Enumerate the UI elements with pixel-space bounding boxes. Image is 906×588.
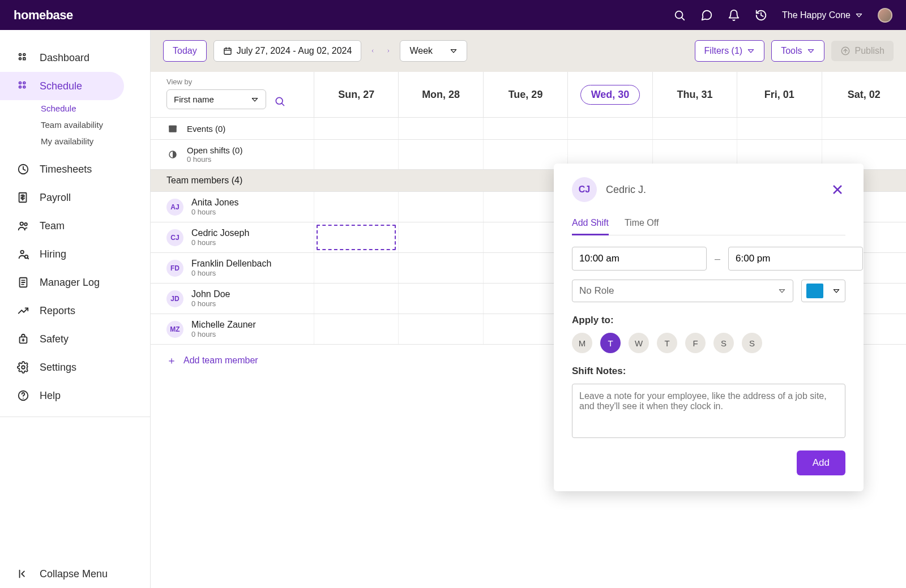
day-chip-m[interactable]: M (572, 333, 592, 353)
member-hours: 0 hours (191, 238, 249, 247)
svg-point-8 (23, 82, 25, 84)
today-button[interactable]: Today (163, 40, 207, 62)
collapse-menu[interactable]: Collapse Menu (0, 560, 150, 588)
svg-point-4 (23, 54, 25, 56)
nav-team[interactable]: Team (0, 212, 150, 240)
subnav-team-availability[interactable]: Team availability (0, 117, 150, 133)
tab-add-shift[interactable]: Add Shift (572, 212, 609, 235)
nav-manager-log[interactable]: Manager Log (0, 268, 150, 297)
nav-schedule[interactable]: Schedule (0, 72, 124, 100)
day-chip-t[interactable]: T (600, 333, 621, 353)
search-members-icon[interactable] (274, 96, 285, 109)
day-chip-s2[interactable]: S (742, 333, 762, 353)
day-chip-f[interactable]: F (685, 333, 706, 353)
cell[interactable] (314, 140, 398, 169)
daterange-picker[interactable]: July 27, 2024 - Aug 02, 2024 (213, 40, 362, 62)
member-name[interactable]: Michelle Zauner (191, 320, 256, 330)
cell[interactable] (398, 140, 482, 169)
svg-rect-42 (169, 126, 177, 128)
nav-help[interactable]: Help (0, 381, 150, 410)
add-button[interactable]: Add (797, 450, 845, 475)
role-label: No Role (579, 285, 614, 297)
nav-settings[interactable]: Settings (0, 353, 150, 381)
cell[interactable] (314, 314, 398, 344)
filters-button[interactable]: Filters (1) (695, 40, 765, 62)
day-header-today: Wed, 30 (567, 72, 652, 117)
cell[interactable] (398, 192, 482, 222)
chevron-down-icon (747, 47, 755, 55)
popup-name: Cedric J. (606, 184, 646, 196)
member-name[interactable]: Franklin Dellenbach (191, 259, 271, 269)
cell[interactable] (314, 118, 398, 139)
nav-label: Timesheets (40, 164, 92, 175)
day-header: Sun, 27 (314, 72, 398, 117)
cell[interactable] (398, 118, 482, 139)
cell-drop-target[interactable] (314, 222, 398, 252)
cell[interactable] (567, 118, 652, 139)
history-icon[interactable] (755, 9, 767, 22)
chat-icon[interactable] (700, 9, 713, 22)
filters-label: Filters (1) (704, 46, 743, 56)
avatar[interactable] (878, 8, 892, 23)
cell[interactable] (483, 118, 567, 139)
cell[interactable] (652, 118, 737, 139)
viewby-select[interactable]: First name (166, 89, 266, 109)
day-chip-s[interactable]: S (713, 333, 734, 353)
viewby-block: View by First name (151, 72, 314, 117)
member-name[interactable]: John Doe (191, 289, 230, 299)
cell[interactable] (314, 284, 398, 314)
bell-icon[interactable] (728, 9, 740, 22)
tools-button[interactable]: Tools (771, 40, 824, 62)
search-icon[interactable] (673, 9, 686, 22)
nav-safety[interactable]: Safety (0, 325, 150, 353)
dashboard-icon (17, 51, 29, 64)
member-avatar: AJ (166, 199, 183, 216)
member-hours: 0 hours (191, 299, 230, 308)
start-time-input[interactable] (572, 247, 707, 271)
tab-time-off[interactable]: Time Off (625, 212, 659, 235)
reports-icon (17, 304, 29, 317)
cell[interactable] (314, 253, 398, 283)
prev-week[interactable] (368, 46, 377, 55)
company-switcher[interactable]: The Happy Cone (782, 10, 863, 20)
nav-label: Collapse Menu (40, 568, 108, 580)
end-time-input[interactable] (728, 247, 863, 271)
day-chip-w[interactable]: W (629, 333, 649, 353)
day-chip-t2[interactable]: T (657, 333, 677, 353)
svg-marker-34 (748, 50, 753, 53)
cell[interactable] (398, 222, 482, 252)
role-select[interactable]: No Role (572, 280, 793, 302)
nav-reports[interactable]: Reports (0, 297, 150, 325)
plus-icon: ＋ (166, 354, 177, 367)
nav-payroll[interactable]: Payroll (0, 183, 150, 212)
svg-point-13 (20, 222, 24, 226)
logo: homebase (14, 8, 73, 23)
day-header: Thu, 31 (652, 72, 737, 117)
daterange-label: July 27, 2024 - Aug 02, 2024 (237, 46, 352, 56)
nav-label: Schedule (40, 80, 82, 92)
color-select[interactable] (801, 280, 845, 302)
cell[interactable] (398, 284, 482, 314)
day-header: Tue, 29 (483, 72, 567, 117)
nav-timesheets[interactable]: Timesheets (0, 155, 150, 183)
sidebar: Dashboard Schedule Schedule Team availab… (0, 30, 151, 588)
nav-hiring[interactable]: Hiring (0, 240, 150, 268)
close-button[interactable] (830, 182, 845, 198)
member-name[interactable]: Cedric Joseph (191, 228, 249, 238)
cell[interactable] (314, 192, 398, 222)
notes-textarea[interactable] (572, 384, 845, 438)
cell[interactable] (398, 253, 482, 283)
collapse-icon (17, 568, 29, 580)
svg-marker-46 (779, 290, 784, 293)
subnav-schedule[interactable]: Schedule (0, 100, 150, 117)
cell[interactable] (398, 314, 482, 344)
chevron-down-icon (450, 47, 458, 55)
cell[interactable] (822, 118, 906, 139)
subnav-my-availability[interactable]: My availability (0, 133, 150, 149)
cell[interactable] (737, 118, 821, 139)
nav-dashboard[interactable]: Dashboard (0, 44, 150, 72)
half-circle-icon (166, 149, 179, 160)
member-name[interactable]: Anita Jones (191, 198, 239, 208)
granularity-select[interactable]: Week (400, 40, 467, 62)
next-week[interactable] (384, 46, 393, 55)
